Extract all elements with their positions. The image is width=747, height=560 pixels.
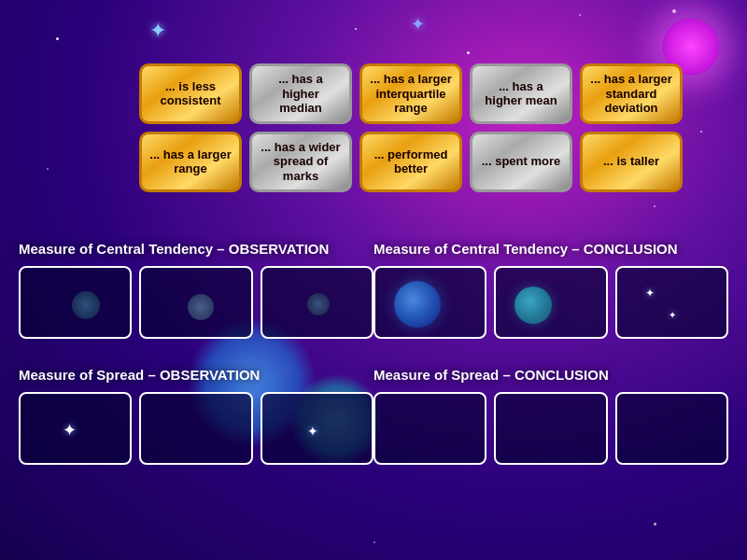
star-decoration-left: ✦ xyxy=(149,19,166,43)
card-wider-spread[interactable]: ... has a wider spread of marks xyxy=(249,132,352,192)
central-tendency-conc-title: Measure of Central Tendency – CONCLUSION xyxy=(374,241,728,257)
card-larger-range[interactable]: ... has a larger range xyxy=(139,132,242,192)
cards-row-2: ... has a larger range ... has a wider s… xyxy=(84,132,738,192)
spread-conc-title: Measure of Spread – CONCLUSION xyxy=(374,367,728,383)
central-tendency-obs-zones xyxy=(19,266,374,339)
drop-zone-sp-conc-1[interactable] xyxy=(374,392,486,465)
spread-conc-zones xyxy=(374,392,728,465)
card-higher-median[interactable]: ... has a higher median xyxy=(249,63,352,124)
spread-obs-zones: ✦ ✦ xyxy=(19,392,374,465)
card-spent-more[interactable]: ... spent more xyxy=(470,132,572,192)
drop-zone-ct-obs-3[interactable] xyxy=(261,266,374,339)
right-column: Measure of Central Tendency – CONCLUSION… xyxy=(374,241,728,482)
central-tendency-obs-title: Measure of Central Tendency – OBSERVATIO… xyxy=(19,241,374,257)
left-column: Measure of Central Tendency – OBSERVATIO… xyxy=(19,241,374,482)
card-performed-better[interactable]: ... performed better xyxy=(359,132,462,192)
card-higher-mean[interactable]: ... has a higher mean xyxy=(470,63,572,124)
drop-zone-ct-conc-3[interactable]: ✦ ✦ xyxy=(615,266,728,339)
drop-zone-sp-conc-3[interactable] xyxy=(615,392,728,465)
drop-zone-sp-obs-3[interactable]: ✦ xyxy=(261,392,374,465)
cards-row-1: ... is less consistent ... has a higher … xyxy=(84,63,738,124)
spread-obs-title: Measure of Spread – OBSERVATION xyxy=(19,367,374,383)
card-taller[interactable]: ... is taller xyxy=(580,132,683,192)
drop-zone-ct-obs-2[interactable] xyxy=(139,266,252,339)
spread-observation-group: Measure of Spread – OBSERVATION ✦ ✦ xyxy=(19,367,374,465)
spread-conclusion-group: Measure of Spread – CONCLUSION xyxy=(374,367,728,465)
drop-zone-sp-obs-2[interactable] xyxy=(139,392,252,465)
card-larger-std[interactable]: ... has a larger standard deviation xyxy=(580,63,683,124)
card-larger-iqr[interactable]: ... has a larger interquartile range xyxy=(359,63,462,124)
cards-section: ... is less consistent ... has a higher … xyxy=(84,63,738,200)
central-tendency-observation-group: Measure of Central Tendency – OBSERVATIO… xyxy=(19,241,374,339)
drop-zone-sp-conc-2[interactable] xyxy=(494,392,607,465)
drop-zone-ct-conc-2[interactable] xyxy=(494,266,607,339)
card-less-consistent[interactable]: ... is less consistent xyxy=(139,63,242,124)
central-tendency-conc-zones: ✦ ✦ xyxy=(374,266,728,339)
drop-zone-sp-obs-1[interactable]: ✦ xyxy=(19,392,132,465)
drop-zone-ct-conc-1[interactable] xyxy=(374,266,486,339)
sections-wrapper: Measure of Central Tendency – OBSERVATIO… xyxy=(19,241,728,541)
star-decoration-center: ✦ xyxy=(411,14,425,35)
drop-zone-ct-obs-1[interactable] xyxy=(19,266,132,339)
central-tendency-conclusion-group: Measure of Central Tendency – CONCLUSION… xyxy=(374,241,728,339)
